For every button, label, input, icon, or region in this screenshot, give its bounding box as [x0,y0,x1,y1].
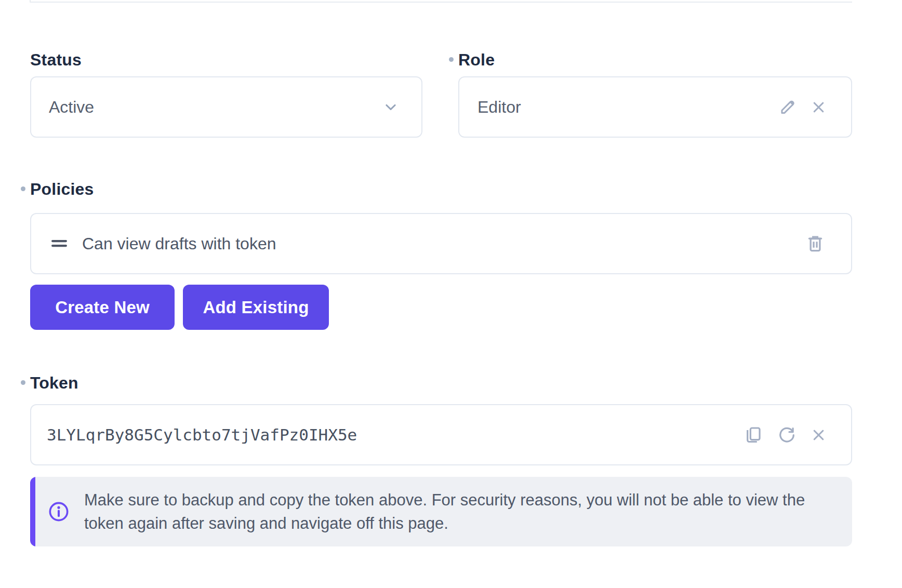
add-existing-label: Add Existing [203,298,309,317]
close-icon[interactable] [810,99,827,116]
policy-list-item[interactable]: Can view drafts with token [30,213,852,274]
drag-handle-icon[interactable] [51,238,68,249]
policies-label: Policies [30,179,94,199]
status-value: Active [49,98,94,117]
required-dot [449,57,454,62]
close-icon[interactable] [810,426,827,444]
role-field[interactable]: Editor [458,76,852,138]
create-new-label: Create New [55,298,150,317]
token-field[interactable]: 3LYLqrBy8G5Cylcbto7tjVafPz0IHX5e [30,404,852,465]
policy-name: Can view drafts with token [82,234,276,253]
copy-icon[interactable] [743,424,764,445]
pencil-icon[interactable] [778,97,798,117]
role-label: Role [458,50,495,70]
status-label-text: Status [30,50,82,69]
chevron-down-icon [383,99,399,115]
token-value: 3LYLqrBy8G5Cylcbto7tjVafPz0IHX5e [47,425,357,444]
policies-label-text: Policies [30,180,94,198]
token-label-text: Token [30,373,78,392]
status-select[interactable]: Active [30,76,422,138]
role-label-text: Role [458,50,495,69]
notice-accent-bar [30,477,35,546]
trash-icon[interactable] [805,233,825,254]
token-label: Token [30,373,78,393]
status-label: Status [30,50,82,70]
section-divider-end [30,0,31,3]
section-divider [30,2,852,3]
role-value: Editor [477,98,521,117]
token-notice-banner: Make sure to backup and copy the token a… [30,477,852,546]
required-dot [21,186,25,191]
notice-text: Make sure to backup and copy the token a… [84,488,817,535]
required-dot [21,380,25,385]
info-icon [47,500,71,524]
add-existing-button[interactable]: Add Existing [183,285,329,330]
create-new-button[interactable]: Create New [30,285,175,330]
token-form-page: Status Active Role Editor [0,0,902,588]
refresh-icon[interactable] [777,425,797,445]
